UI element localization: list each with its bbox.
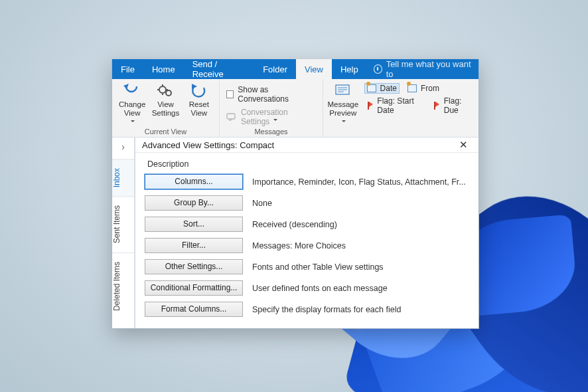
sidebar-tab-sent-items[interactable]: Sent Items [112, 196, 134, 252]
ribbon-group-messages: Show as Conversations Conversation Setti… [220, 79, 323, 137]
folder-side-tabs: › Inbox Sent Items Deleted Items [112, 138, 135, 328]
arrange-by-from[interactable]: From [405, 83, 442, 94]
change-view-icon [123, 83, 141, 99]
menu-bar: File Home Send / Receive Folder View Hel… [112, 59, 478, 79]
group-by-value: None [252, 199, 469, 208]
tell-me-search[interactable]: Tell me what you want to [367, 59, 478, 79]
dialog-row-format-columns: Format Columns... Specify the display fo… [145, 302, 469, 317]
tab-home[interactable]: Home [143, 59, 184, 79]
dialog-titlebar: Advanced View Settings: Compact ✕ [135, 138, 478, 153]
reset-view-button[interactable]: Reset View [183, 82, 215, 118]
conditional-formatting-button[interactable]: Conditional Formatting... [145, 280, 243, 296]
tab-help[interactable]: Help [332, 59, 367, 79]
group-label-messages: Messages [224, 128, 319, 136]
arrange-by-flag-start[interactable]: Flag: Start Date [364, 96, 425, 116]
flag-icon [433, 102, 440, 110]
group-by-button[interactable]: Group By... [145, 195, 243, 211]
filter-button[interactable]: Filter... [145, 238, 243, 253]
preview-icon [334, 83, 352, 99]
expand-nav-button[interactable]: › [121, 138, 125, 159]
tab-view[interactable]: View [296, 59, 332, 79]
ribbon-group-current-view: Change View View Settings Reset View Cur… [112, 79, 220, 137]
tab-send-receive[interactable]: Send / Receive [184, 59, 255, 79]
view-settings-button[interactable]: View Settings [149, 82, 181, 118]
tab-folder[interactable]: Folder [254, 59, 296, 79]
format-columns-button[interactable]: Format Columns... [145, 302, 243, 317]
group-label-current-view: Current View [116, 128, 215, 136]
dropdown-arrow-icon [340, 119, 346, 122]
svg-point-0 [159, 86, 166, 93]
outlook-window: File Home Send / Receive Folder View Hel… [111, 59, 479, 329]
body-area: › Inbox Sent Items Deleted Items Advance… [112, 138, 478, 328]
other-settings-value: Fonts and other Table View settings [252, 262, 469, 272]
tab-file[interactable]: File [112, 59, 143, 79]
svg-point-1 [166, 90, 171, 96]
arrange-by-date[interactable]: Date [364, 83, 400, 94]
lightbulb-icon [374, 64, 382, 74]
dropdown-arrow-icon [129, 119, 135, 122]
sort-button[interactable]: Sort... [145, 217, 243, 232]
flag-icon [367, 102, 374, 110]
dialog-row-filter: Filter... Messages: More Choices [145, 238, 469, 253]
ribbon: Change View View Settings Reset View Cur… [112, 79, 478, 138]
svg-rect-6 [227, 114, 235, 119]
tell-me-placeholder: Tell me what you want to [386, 59, 472, 79]
arrange-by-flag-due[interactable]: Flag: Due [431, 96, 475, 116]
other-settings-button[interactable]: Other Settings... [145, 259, 243, 274]
show-as-conversations-checkbox[interactable]: Show as Conversations [224, 84, 319, 104]
sort-value: Received (descending) [252, 220, 469, 229]
gear-icon [156, 83, 175, 99]
format-columns-value: Specify the display formats for each fie… [252, 305, 469, 314]
dialog-row-group-by: Group By... None [145, 195, 469, 211]
from-icon [407, 84, 417, 92]
conversation-settings-dropdown: Conversation Settings [224, 107, 319, 127]
close-button[interactable]: ✕ [455, 138, 472, 152]
dialog-row-conditional-formatting: Conditional Formatting... User defined f… [145, 280, 469, 296]
dialog-row-sort: Sort... Received (descending) [145, 217, 469, 232]
dialog-row-columns: Columns... Importance, Reminder, Icon, F… [145, 174, 469, 189]
dialog-title: Advanced View Settings: Compact [142, 140, 274, 150]
advanced-view-settings-dialog: Advanced View Settings: Compact ✕ Descri… [135, 138, 478, 328]
ribbon-group-arrangement: Message Preview Date From [323, 79, 478, 137]
description-heading: Description [147, 159, 469, 169]
columns-value: Importance, Reminder, Icon, Flag Status,… [252, 177, 469, 187]
change-view-button[interactable]: Change View [116, 82, 148, 122]
filter-value: Messages: More Choices [252, 241, 469, 250]
sidebar-tab-deleted-items[interactable]: Deleted Items [112, 252, 134, 320]
date-icon [367, 84, 376, 92]
columns-button[interactable]: Columns... [145, 174, 243, 189]
conversation-icon [226, 112, 237, 123]
reset-icon [190, 83, 208, 99]
message-preview-button[interactable]: Message Preview [327, 82, 359, 122]
sidebar-tab-inbox[interactable]: Inbox [112, 159, 134, 196]
conditional-formatting-value: User defined fonts on each message [252, 284, 469, 293]
checkbox-icon [226, 90, 234, 98]
dialog-row-other-settings: Other Settings... Fonts and other Table … [145, 259, 469, 274]
